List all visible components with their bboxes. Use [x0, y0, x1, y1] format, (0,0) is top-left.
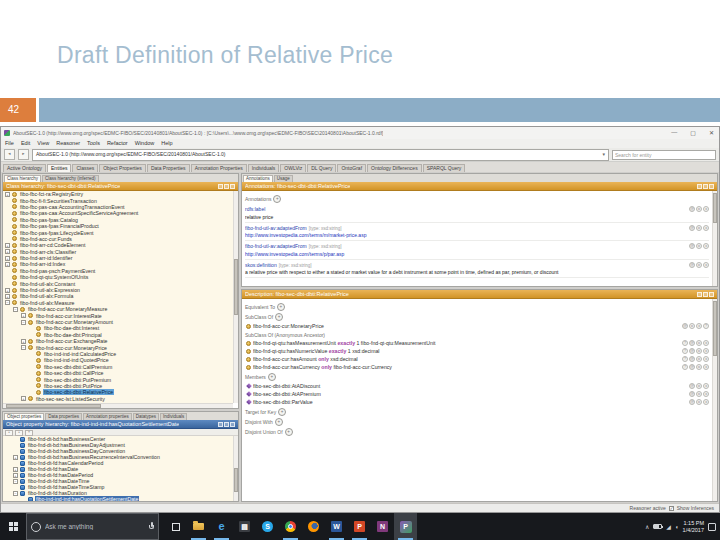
annotate-icon[interactable]: @: [689, 340, 695, 346]
expand-icon[interactable]: +: [5, 192, 10, 197]
pane-menu-icon[interactable]: [697, 292, 702, 297]
expand-icon[interactable]: +: [21, 339, 26, 344]
tree-item[interactable]: fibo-ind-ind-ind:hasQuotationSettlementD…: [3, 496, 233, 501]
annotation-link[interactable]: http://www.investopedia.com/terms/p/par.…: [245, 251, 686, 257]
delete-icon[interactable]: x: [703, 225, 709, 231]
powerpoint-icon[interactable]: P: [348, 513, 371, 540]
delete-icon[interactable]: x: [703, 348, 709, 354]
forward-button[interactable]: ▸: [18, 149, 29, 160]
annotation-property[interactable]: rdfs:label: [245, 206, 265, 212]
search-entity-input[interactable]: [612, 150, 716, 160]
annotate-icon[interactable]: @: [689, 348, 695, 354]
edit-icon[interactable]: o: [696, 383, 702, 389]
action-center-icon[interactable]: [708, 523, 716, 531]
edit-icon[interactable]: o: [696, 391, 702, 397]
annotate-icon[interactable]: @: [689, 262, 695, 268]
axiom-text[interactable]: fibo-fnd-qt-qtu:hasMeasurementUnit exact…: [253, 340, 679, 346]
add-axiom-icon[interactable]: +: [275, 313, 283, 321]
collapse-icon[interactable]: −: [21, 345, 26, 350]
maximize-button[interactable]: ▢: [690, 129, 696, 136]
tab-data-properties[interactable]: Data Properties: [147, 164, 190, 172]
annotate-icon[interactable]: @: [689, 391, 695, 397]
delete-icon[interactable]: x: [703, 262, 709, 268]
edit-icon[interactable]: o: [696, 348, 702, 354]
close-button[interactable]: ✕: [709, 129, 714, 136]
delete-icon[interactable]: x: [703, 340, 709, 346]
delete-icon[interactable]: x: [696, 323, 702, 329]
expand-icon[interactable]: +: [5, 249, 10, 254]
property-tree-scrollbar[interactable]: [233, 436, 238, 501]
minimize-button[interactable]: —: [671, 129, 677, 136]
edit-icon[interactable]: o: [689, 323, 695, 329]
explain-icon[interactable]: ?: [703, 323, 709, 329]
annotations-scrollbar[interactable]: [712, 191, 717, 286]
add-axiom-icon[interactable]: +: [277, 303, 285, 311]
class-tree-hscrollbar[interactable]: [3, 403, 233, 408]
add-axiom-icon[interactable]: +: [285, 428, 293, 436]
protege-icon[interactable]: P: [394, 513, 417, 540]
annotate-icon[interactable]: @: [689, 225, 695, 231]
edit-icon[interactable]: o: [696, 243, 702, 249]
menu-window[interactable]: Window: [135, 139, 155, 148]
axiom-text[interactable]: fibo-fnd-qt-qtu:hasNumericValue exactly …: [253, 348, 679, 354]
menu-reasoner[interactable]: Reasoner: [56, 139, 80, 148]
axiom-text[interactable]: fibo-fnd-acc-cur:hasCurrency only fibo-f…: [253, 364, 679, 370]
delete-icon[interactable]: x: [703, 399, 709, 405]
firefox-browser-icon[interactable]: [302, 513, 325, 540]
tab-classes[interactable]: Classes: [72, 164, 98, 172]
annotate-icon[interactable]: @: [689, 356, 695, 362]
annotation-link[interactable]: http://www.investopedia.com/terms/m/mark…: [245, 232, 686, 238]
pane-menu-icon[interactable]: [697, 184, 702, 189]
delete-icon[interactable]: x: [703, 383, 709, 389]
annotate-icon[interactable]: @: [689, 383, 695, 389]
collapse-icon[interactable]: −: [13, 491, 18, 496]
chevron-up-icon[interactable]: ∧: [645, 524, 649, 530]
annotate-icon[interactable]: @: [689, 399, 695, 405]
windows-store-icon[interactable]: ▤: [233, 513, 256, 540]
onenote-icon[interactable]: N: [371, 513, 394, 540]
word-icon[interactable]: W: [325, 513, 348, 540]
expand-icon[interactable]: +: [5, 256, 10, 261]
explain-icon[interactable]: ?: [682, 348, 688, 354]
expand-icon[interactable]: +: [5, 288, 10, 293]
menu-refactor[interactable]: Refactor: [107, 139, 128, 148]
battery-icon[interactable]: [653, 524, 662, 529]
axiom-text[interactable]: fibo-fnd-acc-cur:hasAmount only xsd:deci…: [253, 356, 679, 362]
tab-entities[interactable]: Entities: [47, 164, 71, 172]
menu-edit[interactable]: Edit: [21, 139, 30, 148]
skype-icon[interactable]: S: [256, 513, 279, 540]
expand-icon[interactable]: +: [21, 396, 26, 401]
pane-float-icon[interactable]: [224, 184, 229, 189]
tab-ontograf[interactable]: OntoGraf: [337, 164, 366, 172]
show-inferences-checkbox[interactable]: ✓: [669, 506, 674, 511]
edit-icon[interactable]: o: [696, 364, 702, 370]
file-explorer-icon[interactable]: [187, 513, 210, 540]
edit-icon[interactable]: o: [696, 206, 702, 212]
expand-icon[interactable]: +: [13, 473, 18, 478]
add-axiom-icon[interactable]: +: [275, 418, 283, 426]
menu-tools[interactable]: Tools: [87, 139, 100, 148]
add-axiom-icon[interactable]: +: [278, 408, 286, 416]
delete-icon[interactable]: x: [703, 391, 709, 397]
annotate-icon[interactable]: @: [689, 364, 695, 370]
pane-float-icon[interactable]: [224, 422, 229, 427]
axiom-text[interactable]: fibo-fnd-acc-cur:MonetaryPrice: [253, 323, 679, 329]
class-tree-scrollbar[interactable]: [233, 191, 238, 403]
add-axiom-icon[interactable]: +: [268, 373, 276, 381]
tab-individuals[interactable]: Individuals: [248, 164, 280, 172]
edit-icon[interactable]: o: [696, 225, 702, 231]
annotation-property[interactable]: skos:definition: [245, 262, 277, 268]
taskbar-search-box[interactable]: Ask me anything: [26, 513, 159, 540]
volume-icon[interactable]: ◖: [675, 524, 679, 530]
tab-object-properties[interactable]: Object Properties: [99, 164, 146, 172]
tab-owlviz[interactable]: OWLViz: [280, 164, 306, 172]
annotation-property[interactable]: fibo-fnd-utl-av:adaptedFrom: [245, 225, 307, 231]
axiom-text[interactable]: fibo-sec-dbt-dbti:ParValue: [253, 399, 686, 405]
annotation-property[interactable]: fibo-fnd-utl-av:adaptedFrom: [245, 243, 307, 249]
edit-icon[interactable]: o: [696, 399, 702, 405]
annotate-icon[interactable]: @: [689, 243, 695, 249]
expand-icon[interactable]: +: [13, 455, 18, 460]
menu-file[interactable]: File: [5, 139, 14, 148]
delete-icon[interactable]: x: [703, 364, 709, 370]
pane-close-icon[interactable]: [230, 184, 235, 189]
